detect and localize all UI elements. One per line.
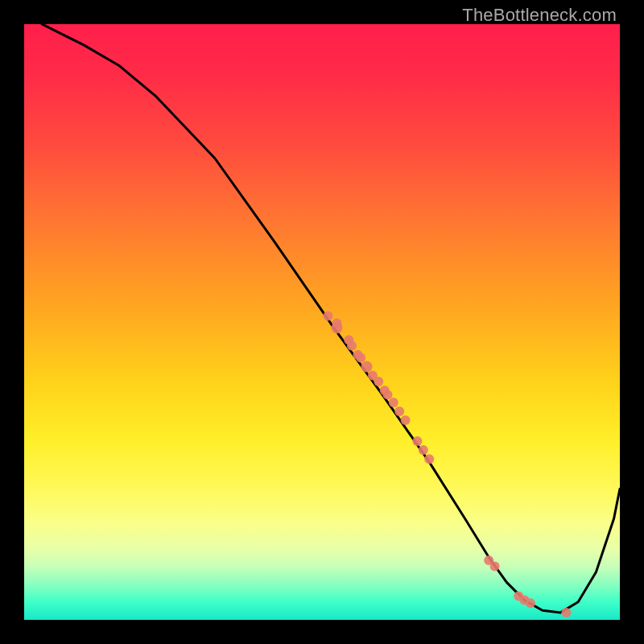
chart-plot-area xyxy=(24,24,620,620)
scatter-dot xyxy=(490,561,500,571)
scatter-dot xyxy=(332,319,342,328)
scatter-dot xyxy=(347,341,357,351)
scatter-dot xyxy=(361,361,373,373)
scatter-dot xyxy=(323,312,332,321)
chart-svg xyxy=(24,24,620,620)
scatter-dot xyxy=(382,390,392,399)
scatter-dot xyxy=(424,454,434,464)
brand-watermark: TheBottleneck.com xyxy=(462,5,617,26)
scatter-dot xyxy=(561,608,571,617)
scatter-dot xyxy=(394,407,404,416)
scatter-dot xyxy=(356,353,365,362)
scatter-dot xyxy=(526,598,535,608)
scatter-dot xyxy=(412,436,422,446)
scatter-dot xyxy=(374,377,383,386)
scatter-dot xyxy=(389,398,398,407)
scatter-layer xyxy=(323,312,571,617)
scatter-dot xyxy=(419,445,428,455)
scatter-dot xyxy=(401,415,411,425)
chart-stage: TheBottleneck.com xyxy=(0,0,644,644)
